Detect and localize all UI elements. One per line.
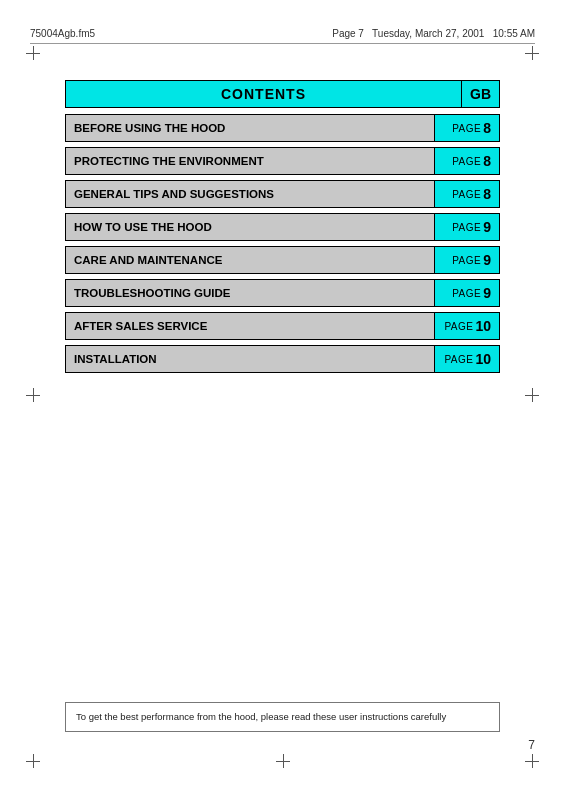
toc-page-word: PAGE <box>444 321 473 332</box>
toc-row-page: PAGE8 <box>435 148 499 174</box>
page-number: 7 <box>528 738 535 752</box>
toc-page-num: 8 <box>483 120 491 136</box>
toc-row-page: PAGE9 <box>435 280 499 306</box>
toc-row-page: PAGE10 <box>435 313 499 339</box>
toc-row-page: PAGE9 <box>435 247 499 273</box>
toc-row-label: AFTER SALES SERVICE <box>66 313 435 339</box>
content-area: CONTENTS GB BEFORE USING THE HOODPAGE8PR… <box>65 80 500 378</box>
toc-page-num: 10 <box>475 318 491 334</box>
toc-row: AFTER SALES SERVICEPAGE10 <box>65 312 500 340</box>
toc-row: INSTALLATIONPAGE10 <box>65 345 500 373</box>
toc-page-num: 8 <box>483 153 491 169</box>
footer-note: To get the best performance from the hoo… <box>65 702 500 732</box>
crosshair-bottom-center <box>276 754 290 768</box>
crosshair-mid-left <box>26 388 40 402</box>
toc-row: TROUBLESHOOTING GUIDEPAGE9 <box>65 279 500 307</box>
header-bar: 75004Agb.fm5 Page 7 Tuesday, March 27, 2… <box>30 28 535 44</box>
crosshair-top-right <box>525 46 539 60</box>
toc-list: BEFORE USING THE HOODPAGE8PROTECTING THE… <box>65 114 500 373</box>
crosshair-bottom-right <box>525 754 539 768</box>
toc-row-page: PAGE8 <box>435 115 499 141</box>
contents-gb-label: GB <box>461 80 500 108</box>
toc-row-page: PAGE8 <box>435 181 499 207</box>
toc-page-num: 9 <box>483 285 491 301</box>
header-page-info: Page 7 Tuesday, March 27, 2001 10:55 AM <box>332 28 535 39</box>
toc-row-label: GENERAL TIPS AND SUGGESTIONS <box>66 181 435 207</box>
toc-page-num: 8 <box>483 186 491 202</box>
toc-row-label: BEFORE USING THE HOOD <box>66 115 435 141</box>
crosshair-top-left <box>26 46 40 60</box>
toc-page-num: 9 <box>483 219 491 235</box>
toc-row-page: PAGE9 <box>435 214 499 240</box>
contents-header-row: CONTENTS GB <box>65 80 500 108</box>
toc-page-num: 10 <box>475 351 491 367</box>
toc-row: CARE AND MAINTENANCEPAGE9 <box>65 246 500 274</box>
toc-row-label: INSTALLATION <box>66 346 435 372</box>
toc-page-word: PAGE <box>452 288 481 299</box>
toc-page-word: PAGE <box>452 255 481 266</box>
toc-page-num: 9 <box>483 252 491 268</box>
toc-row: BEFORE USING THE HOODPAGE8 <box>65 114 500 142</box>
toc-page-word: PAGE <box>452 222 481 233</box>
page: 75004Agb.fm5 Page 7 Tuesday, March 27, 2… <box>0 0 565 800</box>
toc-page-word: PAGE <box>452 189 481 200</box>
header-filename: 75004Agb.fm5 <box>30 28 95 39</box>
toc-row-label: TROUBLESHOOTING GUIDE <box>66 280 435 306</box>
crosshair-bottom-left <box>26 754 40 768</box>
toc-row-page: PAGE10 <box>435 346 499 372</box>
toc-row-label: CARE AND MAINTENANCE <box>66 247 435 273</box>
toc-page-word: PAGE <box>452 123 481 134</box>
contents-title: CONTENTS <box>65 80 461 108</box>
toc-page-word: PAGE <box>444 354 473 365</box>
crosshair-mid-right <box>525 388 539 402</box>
toc-row-label: PROTECTING THE ENVIRONMENT <box>66 148 435 174</box>
toc-page-word: PAGE <box>452 156 481 167</box>
toc-row: GENERAL TIPS AND SUGGESTIONSPAGE8 <box>65 180 500 208</box>
toc-row-label: HOW TO USE THE HOOD <box>66 214 435 240</box>
toc-row: HOW TO USE THE HOODPAGE9 <box>65 213 500 241</box>
toc-row: PROTECTING THE ENVIRONMENTPAGE8 <box>65 147 500 175</box>
